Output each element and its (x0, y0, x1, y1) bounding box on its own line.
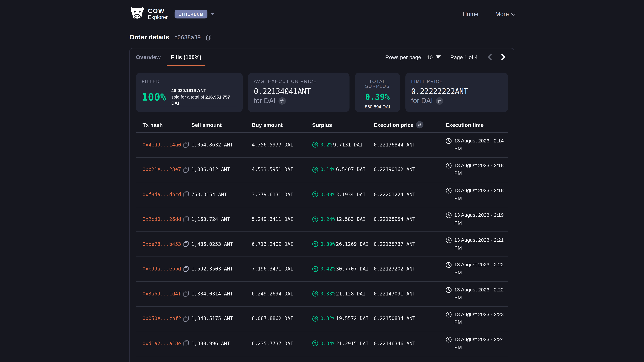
top-bar: COW Explorer ETHEREUM Home More (0, 0, 644, 28)
tx-hash-link[interactable]: 0xb21e...23e7 (142, 167, 181, 172)
copy-tx-hash-button[interactable] (183, 216, 189, 222)
execution-price-cell: 0.22168954 ANT (374, 216, 446, 222)
execution-time-text: 13 August 2023 - 2:23 PM (454, 311, 506, 326)
copy-tx-hash-button[interactable] (183, 340, 189, 347)
tx-hash-link[interactable]: 0x050e...cbf2 (142, 316, 181, 322)
buy-amount-cell: 3,379.6131 DAI (252, 192, 312, 197)
execution-time-cell: 13 August 2023 - 2:19 PM (446, 212, 508, 227)
tx-hash-cell: 0xd1a2...a18e (136, 340, 192, 347)
sell-amount-cell: 750.3154 ANT (191, 192, 252, 197)
surplus-up-icon (312, 316, 318, 322)
copy-icon (183, 316, 189, 322)
network-selector[interactable]: ETHEREUM (175, 10, 214, 18)
total-surplus-amount: 860.894 DAI (365, 104, 390, 109)
tx-hash-link[interactable]: 0xf8da...dbcd (142, 192, 181, 197)
cow-explorer-logo[interactable]: COW Explorer (129, 6, 168, 22)
copy-tx-hash-button[interactable] (183, 167, 189, 173)
surplus-percent: 0.42% (320, 266, 335, 272)
tab-bar: Overview Fills (100%) Rows per page: 10 … (130, 48, 514, 66)
buy-amount-cell: 6,713.2409 DAI (252, 241, 312, 247)
copy-icon (183, 142, 189, 148)
copy-tx-hash-button[interactable] (183, 241, 189, 247)
table-row: 0x2cd0...26dd 1,163.724 ANT 5,249.3411 D… (136, 207, 508, 232)
filled-label: FILLED (142, 79, 237, 84)
copy-icon (183, 340, 189, 347)
surplus-percent: 0.32% (320, 316, 335, 322)
surplus-cell: 0.42% 30.7707 DAI (312, 266, 374, 272)
tx-hash-cell: 0x050e...cbf2 (136, 316, 192, 322)
limit-price-card: LIMIT PRICE 0.22222222ANT for DAI (405, 72, 508, 112)
rows-per-page-value[interactable]: 10 (427, 54, 433, 60)
sell-amount-cell: 1,006.012 ANT (191, 167, 252, 172)
network-badge[interactable]: ETHEREUM (175, 10, 207, 18)
total-surplus-percent: 0.39% (365, 92, 390, 102)
copy-icon (183, 216, 189, 222)
surplus-amount: 9.7131 DAI (333, 142, 363, 148)
execution-time-cell: 13 August 2023 - 2:22 PM (446, 286, 508, 302)
rows-per-page-select[interactable]: 10 (427, 54, 440, 60)
copy-tx-hash-button[interactable] (183, 266, 189, 272)
table-row: 0xd1a2...a18e 1,380.996 ANT 6,235.7737 D… (136, 331, 508, 356)
next-page-button[interactable] (498, 54, 508, 60)
buy-amount-cell: 6,235.7737 DAI (252, 341, 312, 346)
copy-tx-hash-button[interactable] (183, 291, 189, 297)
copy-tx-hash-button[interactable] (183, 142, 189, 148)
tx-hash-link[interactable]: 0x4ed9...14a0 (142, 142, 181, 148)
select-dropdown-icon (436, 55, 440, 59)
copy-order-id-button[interactable] (206, 34, 212, 40)
copy-icon (183, 167, 189, 173)
brand-sub: Explorer (148, 14, 168, 20)
page-indicator: Page 1 of 4 (450, 54, 478, 60)
tab-fills[interactable]: Fills (100%) (167, 48, 206, 66)
surplus-amount: 30.7707 DAI (336, 266, 369, 272)
toggle-price-unit-button[interactable] (416, 121, 423, 128)
surplus-up-icon (312, 216, 318, 222)
tx-hash-link[interactable]: 0x3a69...cd4f (142, 291, 181, 297)
clock-icon (446, 212, 452, 219)
swap-price-units-button[interactable] (278, 97, 286, 105)
tx-hash-cell: 0xb99a...ebbd (136, 266, 192, 272)
nav-home[interactable]: Home (462, 11, 478, 17)
copy-tx-hash-button[interactable] (183, 316, 189, 322)
execution-time-cell: 13 August 2023 - 2:21 PM (446, 236, 508, 252)
tx-hash-link[interactable]: 0xd1a2...a18e (142, 341, 181, 346)
fills-table-header: Tx hash Sell amount Buy amount Surplus E… (136, 117, 508, 133)
swap-limit-price-units-button[interactable] (436, 97, 443, 105)
brand-name: COW (148, 8, 168, 14)
tx-hash-link[interactable]: 0xb99a...ebbd (142, 266, 181, 272)
network-dropdown-icon[interactable] (210, 13, 214, 15)
summary-cards: FILLED 100% 48,020.1919 ANT sold for a t… (130, 66, 514, 112)
nav-more[interactable]: More (495, 11, 514, 17)
tx-hash-cell: 0x4ed9...14a0 (136, 142, 192, 148)
sell-amount-cell: 1,380.996 ANT (191, 341, 252, 346)
tab-overview[interactable]: Overview (136, 48, 161, 66)
col-buy-amount: Buy amount (252, 122, 312, 128)
copy-tx-hash-button[interactable] (183, 191, 189, 198)
chevron-left-icon (488, 54, 492, 60)
tx-hash-cell: 0xb21e...23e7 (136, 167, 192, 173)
surplus-amount: 3.1934 DAI (336, 192, 366, 197)
tx-hash-link[interactable]: 0xbe78...b453 (142, 241, 181, 247)
prev-page-button[interactable] (485, 54, 494, 60)
table-row: 0x050e...cbf2 1,348.5175 ANT 6,087.8862 … (136, 306, 508, 331)
tx-hash-link[interactable]: 0x2cd0...26dd (142, 216, 181, 222)
table-row: 0xb21e...23e7 1,006.012 ANT 4,533.5951 D… (136, 157, 508, 182)
table-row: 0xb99a...ebbd 1,592.3503 ANT 7,196.3471 … (136, 257, 508, 282)
execution-price-cell: 0.22147091 ANT (374, 291, 446, 297)
surplus-percent: 0.33% (320, 291, 335, 297)
clock-icon (446, 336, 452, 343)
sell-amount-cell: 1,163.724 ANT (191, 216, 252, 222)
surplus-percent: 0.09% (320, 192, 335, 197)
filled-sold-prefix: sold for a total of (172, 94, 204, 99)
chevron-down-icon (511, 11, 515, 15)
total-surplus-card: TOTAL SURPLUS 0.39% 860.894 DAI (355, 72, 400, 112)
col-execution-price: Execution price (374, 121, 446, 128)
sell-amount-cell: 1,486.0253 ANT (191, 241, 252, 247)
execution-time-text: 13 August 2023 - 2:24 PM (454, 336, 506, 351)
copy-icon (183, 241, 189, 247)
surplus-amount: 6.5407 DAI (336, 167, 366, 172)
buy-amount-cell: 6,087.8862 DAI (252, 316, 312, 322)
total-surplus-label: TOTAL SURPLUS (360, 79, 394, 89)
sell-amount-cell: 1,384.0314 ANT (191, 291, 252, 297)
surplus-cell: 0.34% 21.2915 DAI (312, 340, 374, 347)
